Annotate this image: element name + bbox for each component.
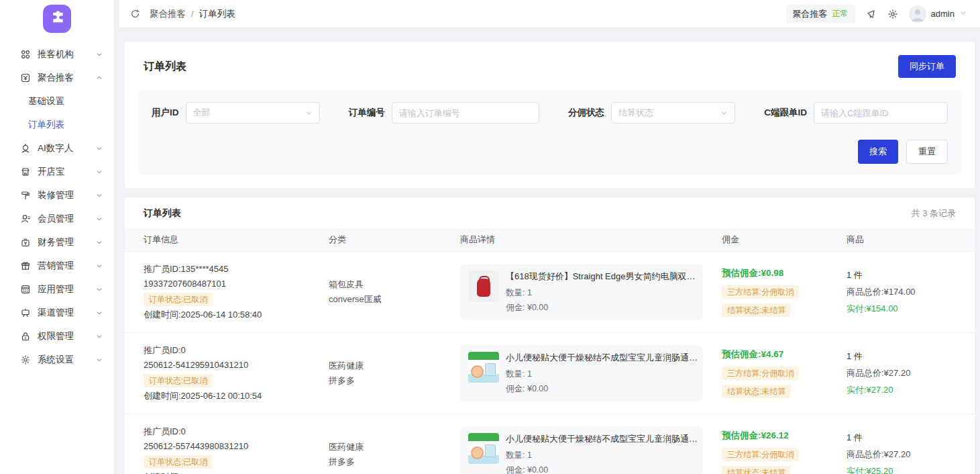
shop-name: converse匡威 bbox=[329, 293, 460, 305]
order-number: 250612-557443980831210 bbox=[144, 440, 329, 453]
total-price: 商品总价:¥27.20 bbox=[847, 367, 956, 379]
estimated-commission: 预估佣金:¥0.98 bbox=[722, 267, 847, 279]
sidebar-item-promoter-org[interactable]: 推客机构 bbox=[0, 42, 114, 66]
sidebar-item-aggregate-promoter[interactable]: 聚合推客 bbox=[0, 66, 114, 89]
sidebar-item-label: 推客机构 bbox=[38, 48, 74, 60]
chevron-up-icon bbox=[95, 74, 103, 82]
record-count: 共 3 条记录 bbox=[912, 207, 956, 220]
sidebar-item-label: 权限管理 bbox=[38, 330, 74, 342]
sidebar-item-label: 系统设置 bbox=[38, 354, 74, 366]
order-number: 19337207608487101 bbox=[144, 278, 329, 290]
c-follow-id-label: C端跟单ID bbox=[764, 107, 807, 119]
total-price: 商品总价:¥27.20 bbox=[847, 448, 956, 461]
commission-status-label: 分佣状态 bbox=[568, 107, 604, 119]
breadcrumb-separator: / bbox=[191, 9, 194, 19]
chevron-down-icon bbox=[720, 109, 728, 117]
commission-status-select-value: 结算状态 bbox=[618, 107, 653, 119]
sidebar-subitem-basic-settings[interactable]: 基础设置 bbox=[0, 89, 114, 113]
order-no-label: 订单编号 bbox=[349, 107, 385, 119]
filter-card: 订单列表 同步订单 用户ID 全部 订单编号 bbox=[125, 42, 975, 188]
user-id-label: 用户ID bbox=[152, 107, 179, 119]
chevron-down-icon bbox=[95, 238, 103, 246]
order-no-input[interactable] bbox=[399, 108, 532, 118]
sidebar-item-label: 装修管理 bbox=[38, 189, 74, 201]
breadcrumb-root[interactable]: 聚合推客 bbox=[150, 8, 186, 20]
sidebar-item-finance[interactable]: 财务管理 bbox=[0, 230, 114, 254]
search-button[interactable]: 搜索 bbox=[858, 140, 898, 164]
sidebar-item-applications[interactable]: 应用管理 bbox=[0, 277, 114, 301]
sidebar-item-decoration[interactable]: 装修管理 bbox=[0, 183, 114, 207]
column-header-category: 分类 bbox=[329, 234, 460, 246]
commission-status-select[interactable]: 结算状态 bbox=[611, 102, 735, 124]
promoter-id: 推广员ID:0 bbox=[144, 426, 329, 438]
column-header-goods: 商品 bbox=[847, 234, 956, 246]
order-status-badge: 订单状态:已取消 bbox=[144, 293, 213, 306]
user-id-select[interactable]: 全部 bbox=[186, 102, 320, 124]
chevron-down-icon bbox=[95, 262, 103, 270]
product-title: 小儿便秘贴大便干燥秘结不成型宝宝儿童润肠通便排便排胃肠道... bbox=[506, 352, 699, 364]
reset-button[interactable]: 重置 bbox=[906, 140, 948, 164]
sidebar-subitem-order-list[interactable]: 订单列表 bbox=[0, 113, 114, 136]
promoter-id: 推广员ID:0 bbox=[144, 344, 329, 357]
item-count: 1 件 bbox=[847, 350, 956, 363]
sidebar-item-marketing[interactable]: 营销管理 bbox=[0, 254, 114, 277]
sync-orders-button[interactable]: 同步订单 bbox=[898, 55, 956, 78]
ai-robot-icon bbox=[20, 143, 31, 154]
sidebar-item-channels[interactable]: 渠道管理 bbox=[0, 301, 114, 324]
tenant-badge: 聚合推客 正常 bbox=[786, 5, 855, 23]
app-logo[interactable] bbox=[43, 5, 71, 33]
sidebar: 推客机构 聚合推客 基础设置 订单列表 AI数字人 开店宝 装修管理 会员管理 … bbox=[0, 0, 114, 474]
chevron-down-icon bbox=[959, 9, 967, 19]
shop-name: 拼多多 bbox=[329, 375, 460, 387]
table-header-row: 订单信息 分类 商品详情 佣金 商品 bbox=[125, 228, 975, 251]
shop-name: 拼多多 bbox=[329, 456, 460, 468]
table-row: 推广员ID:0 250612-541295910431210 订单状态:已取消 … bbox=[125, 332, 975, 414]
product-quantity: 数量: 1 bbox=[506, 450, 699, 461]
tenant-name: 聚合推客 bbox=[793, 8, 828, 20]
org-icon bbox=[20, 49, 31, 60]
paid-price: 实付:¥27.20 bbox=[847, 384, 956, 396]
product-commission: 佣金: ¥0.00 bbox=[506, 383, 699, 395]
paid-price: 实付:¥154.00 bbox=[847, 303, 956, 315]
user-menu[interactable]: admin bbox=[909, 5, 967, 23]
main-area: 聚合推客 / 订单列表 聚合推客 正常 admin bbox=[119, 0, 980, 474]
table-row: 推广员ID:135****4545 19337207608487101 订单状态… bbox=[125, 251, 975, 332]
username: admin bbox=[931, 9, 955, 19]
promoter-icon bbox=[20, 73, 31, 83]
chevron-down-icon bbox=[95, 356, 103, 364]
settle-status-badge: 结算状态:未结算 bbox=[722, 303, 791, 317]
item-count: 1 件 bbox=[847, 269, 956, 281]
sidebar-item-permissions[interactable]: 权限管理 bbox=[0, 324, 114, 348]
settle-status-badge: 结算状态:未结算 bbox=[722, 385, 791, 398]
sidebar-item-members[interactable]: 会员管理 bbox=[0, 207, 114, 230]
table-body: 推广员ID:135****4545 19337207608487101 订单状态… bbox=[125, 251, 975, 474]
gear-icon[interactable] bbox=[887, 9, 898, 19]
refresh-icon[interactable] bbox=[130, 9, 140, 19]
product-card: 小儿便秘贴大便干燥秘结不成型宝宝儿童润肠通便排便排胃肠道... 数量: 1 佣金… bbox=[460, 345, 703, 401]
shop-icon bbox=[20, 167, 31, 177]
sidebar-item-system-settings[interactable]: 系统设置 bbox=[0, 348, 114, 371]
category: 医药健康 bbox=[329, 360, 460, 372]
order-table-card: 订单列表 共 3 条记录 订单信息 分类 商品详情 佣金 商品 推广员ID:13… bbox=[125, 197, 975, 474]
sidebar-item-label: 会员管理 bbox=[38, 213, 74, 225]
megaphone-icon[interactable] bbox=[866, 9, 877, 19]
sidebar-item-ai-digital-human[interactable]: AI数字人 bbox=[0, 136, 114, 160]
column-header-product-detail: 商品详情 bbox=[460, 234, 722, 246]
sidebar-item-label: 应用管理 bbox=[38, 283, 74, 295]
chevron-down-icon bbox=[95, 215, 103, 223]
sidebar-item-label: 营销管理 bbox=[38, 260, 74, 272]
finance-icon bbox=[20, 237, 31, 248]
chevron-down-icon bbox=[95, 168, 103, 176]
page-title: 订单列表 bbox=[144, 60, 186, 74]
chevron-down-icon bbox=[95, 309, 103, 317]
user-id-select-value: 全部 bbox=[193, 107, 211, 119]
product-card: 小儿便秘贴大便干燥秘结不成型宝宝儿童润肠通便排便排胃肠道... 数量: 1 佣金… bbox=[460, 426, 703, 474]
product-commission: 佣金: ¥0.00 bbox=[506, 302, 699, 314]
sidebar-item-shop-treasure[interactable]: 开店宝 bbox=[0, 160, 114, 183]
created-time: 创建时间:2025-06-12 00:09:04 bbox=[144, 471, 329, 474]
item-count: 1 件 bbox=[847, 432, 956, 444]
c-follow-id-input[interactable] bbox=[821, 108, 940, 118]
lock-icon bbox=[20, 331, 31, 342]
third-settle-badge: 三方结算:分佣取消 bbox=[722, 367, 799, 380]
column-header-order-info: 订单信息 bbox=[144, 234, 329, 246]
